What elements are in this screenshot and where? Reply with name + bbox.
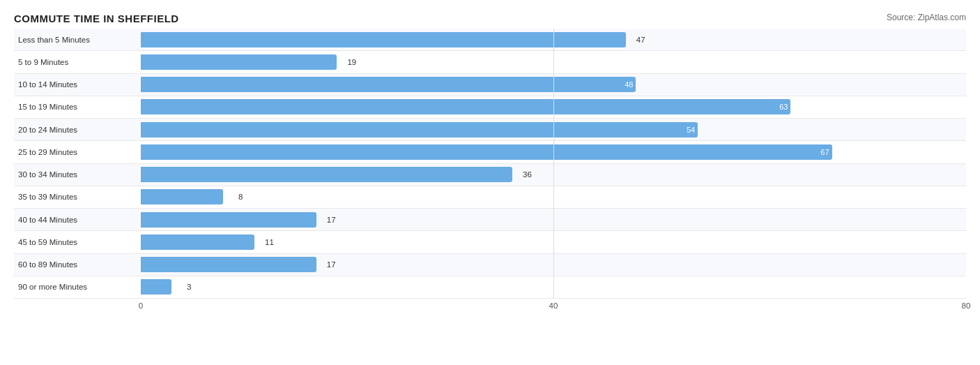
grid-line [553, 29, 554, 299]
bar-label: 45 to 59 Minutes [14, 238, 141, 246]
bar-label: 5 to 9 Minutes [14, 58, 141, 66]
chart-area: Less than 5 Minutes475 to 9 Minutes1910 … [14, 29, 966, 318]
bar-label: Less than 5 Minutes [14, 36, 141, 44]
x-tick: 40 [549, 301, 558, 310]
bar-label: 20 to 24 Minutes [14, 126, 141, 134]
bar-label: 35 to 39 Minutes [14, 193, 141, 201]
bar-label: 10 to 14 Minutes [14, 80, 141, 89]
bar-label: 15 to 19 Minutes [14, 103, 141, 111]
grid-lines [141, 29, 966, 299]
x-axis: 04080 [141, 299, 966, 318]
chart-title: COMMUTE TIME IN SHEFFIELD [14, 13, 966, 24]
x-tick: 0 [139, 301, 143, 310]
bar-label: 60 to 89 Minutes [14, 260, 141, 269]
chart-container: COMMUTE TIME IN SHEFFIELD Source: ZipAtl… [0, 0, 980, 365]
x-tick: 80 [962, 301, 971, 310]
bar-label: 25 to 29 Minutes [14, 148, 141, 156]
source-label: Source: ZipAtlas.com [887, 13, 966, 22]
bar-label: 90 or more Minutes [14, 283, 141, 291]
bar-label: 30 to 34 Minutes [14, 170, 141, 179]
bar-label: 40 to 44 Minutes [14, 216, 141, 224]
